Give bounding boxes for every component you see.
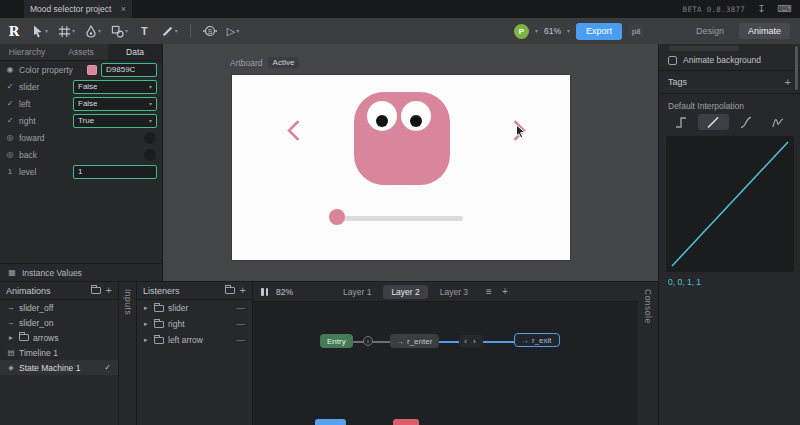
pen-tool[interactable]: ▾	[82, 23, 104, 40]
inputs-collapsed-panel[interactable]: Inputs	[119, 282, 137, 425]
new-folder-icon[interactable]	[225, 287, 235, 294]
export-button[interactable]: Export	[576, 23, 622, 40]
tab-layer-2[interactable]: Layer 2	[383, 285, 427, 299]
layer-menu-icon[interactable]: ≡	[486, 286, 492, 297]
artboard-tool[interactable]: ▾	[55, 23, 78, 40]
caret-down-icon: ▾	[175, 28, 178, 34]
toolbar-divider	[190, 24, 191, 38]
stage[interactable]: Artboard Active	[163, 44, 658, 281]
interp-hold-button[interactable]	[666, 114, 696, 130]
chevron-right-icon[interactable]: ▸	[7, 333, 15, 342]
zoom-caret-icon[interactable]: ▾	[567, 28, 570, 34]
chevron-right-icon[interactable]: ▸	[144, 320, 150, 328]
animate-background-label: Animate background	[683, 55, 761, 65]
interpolation-curve-editor[interactable]	[666, 136, 794, 272]
bone-tool[interactable]: ▾	[158, 23, 181, 40]
level-number-input[interactable]: 1	[73, 165, 157, 179]
bottom-section: Animations + → slider_off → slider_on ▸ …	[0, 281, 658, 425]
tab-layer-3[interactable]: Layer 3	[432, 285, 476, 299]
toolbar: R ▾ ▾ ▾ ▾ T ▾	[0, 18, 800, 44]
add-tag-icon[interactable]: +	[785, 76, 791, 88]
chevron-right-icon[interactable]: ▸	[144, 304, 150, 312]
animation-item-selected[interactable]: ◈ State Machine 1 ✓	[0, 360, 118, 375]
r-enter-state-node[interactable]: → r_enter	[390, 334, 439, 348]
listener-item[interactable]: ▸ left arrow —	[137, 332, 252, 348]
artboard-name[interactable]: Artboard	[230, 58, 263, 68]
shapes-tool[interactable]: ▾	[108, 23, 131, 40]
console-collapsed-panel[interactable]: Console	[638, 282, 658, 425]
play-tool[interactable]: ▷ ▾	[224, 24, 242, 39]
add-listener-icon[interactable]: +	[240, 285, 246, 296]
state-machine-graph[interactable]: 82% Layer 1 Layer 2 Layer 3 ≡ + Entry › …	[253, 282, 638, 425]
instance-values-button[interactable]: ▦ Instance Values	[0, 263, 162, 281]
color-hex-input[interactable]: D9859C	[101, 63, 157, 77]
tool-group: ▾ ▾ ▾ ▾ T ▾ S	[28, 22, 242, 40]
wire-arrow-node[interactable]: ›	[363, 336, 373, 346]
mood-character[interactable]	[354, 92, 450, 185]
download-icon[interactable]: ↧	[757, 4, 765, 14]
artboard-canvas[interactable]	[232, 75, 570, 260]
interp-elastic-button[interactable]	[763, 114, 793, 130]
new-folder-icon[interactable]	[91, 287, 101, 294]
inputs-title: Inputs	[123, 289, 133, 425]
caret-down-icon: ▾	[236, 28, 239, 34]
animation-item[interactable]: → slider_off	[0, 300, 118, 315]
trigger-property-icon: ◎	[5, 133, 15, 142]
color-swatch[interactable]	[87, 65, 97, 75]
dropdown-value: False	[78, 82, 98, 91]
property-label: slider	[19, 82, 69, 92]
avatar[interactable]: P	[514, 24, 529, 39]
previous-chevron[interactable]	[287, 120, 308, 141]
select-tool[interactable]: ▾	[28, 22, 51, 40]
entry-state-node[interactable]: Entry	[320, 334, 353, 348]
add-layer-icon[interactable]: +	[502, 286, 508, 297]
interp-cubic-button[interactable]	[731, 114, 761, 130]
graph-zoom-level[interactable]: 82%	[276, 287, 293, 297]
interp-linear-button[interactable]	[698, 114, 728, 130]
animation-folder[interactable]: ▸ arrows	[0, 330, 118, 345]
events-tool[interactable]: S	[200, 22, 220, 40]
clipped-blue-node[interactable]	[315, 419, 346, 425]
minimap-toggle-icon[interactable]	[261, 288, 268, 296]
pen-icon	[85, 25, 97, 38]
zoom-level[interactable]: 61%	[544, 26, 561, 36]
clipped-red-node[interactable]	[393, 419, 419, 425]
right-value-dropdown[interactable]: True▾	[73, 114, 157, 128]
listener-item[interactable]: ▸ right —	[137, 316, 252, 332]
avatar-caret-icon[interactable]: ▾	[535, 28, 538, 34]
tags-header: Tags +	[659, 73, 800, 91]
property-label: left	[19, 99, 69, 109]
left-value-dropdown[interactable]: False▾	[73, 97, 157, 111]
animate-background-row[interactable]: Animate background	[659, 52, 800, 68]
p8-badge[interactable]: p8	[628, 24, 644, 39]
slider-value-dropdown[interactable]: False▾	[73, 80, 157, 94]
back-trigger-button[interactable]	[144, 149, 156, 161]
document-tab[interactable]: Mood selector project ×	[24, 0, 132, 18]
tab-assets[interactable]: Assets	[54, 44, 108, 60]
foward-trigger-button[interactable]	[144, 132, 156, 144]
close-icon[interactable]: ×	[121, 4, 126, 14]
left-eye	[367, 101, 397, 131]
scrollbar-thumb[interactable]	[795, 46, 798, 90]
r-exit-state-node[interactable]: → r_exit	[514, 333, 560, 347]
tab-animate[interactable]: Animate	[739, 23, 790, 39]
animation-item[interactable]: → slider_on	[0, 315, 118, 330]
tab-data[interactable]: Data	[108, 44, 162, 60]
listener-item[interactable]: ▸ slider —	[137, 300, 252, 316]
listeners-panel: Listeners + ▸ slider — ▸ right — ▸	[137, 282, 253, 425]
rive-logo[interactable]: R	[0, 18, 28, 44]
mood-slider-knob[interactable]	[329, 209, 345, 225]
add-animation-icon[interactable]: +	[106, 285, 112, 296]
shapes-icon	[111, 25, 124, 38]
mood-slider-track[interactable]	[337, 216, 463, 221]
tab-layer-1[interactable]: Layer 1	[335, 285, 379, 299]
tab-hierarchy[interactable]: Hierarchy	[0, 44, 54, 60]
transition-chevrons[interactable]: ‹ ›	[459, 335, 483, 347]
tab-design[interactable]: Design	[687, 23, 733, 39]
animation-item[interactable]: ▤ Timeline 1	[0, 345, 118, 360]
frame-icon	[58, 25, 71, 38]
left-panel-tabs: Hierarchy Assets Data	[0, 44, 162, 61]
keyboard-shortcuts-icon[interactable]: ⌨	[778, 4, 792, 14]
chevron-right-icon[interactable]: ▸	[144, 336, 150, 344]
text-tool[interactable]: T	[135, 23, 154, 39]
